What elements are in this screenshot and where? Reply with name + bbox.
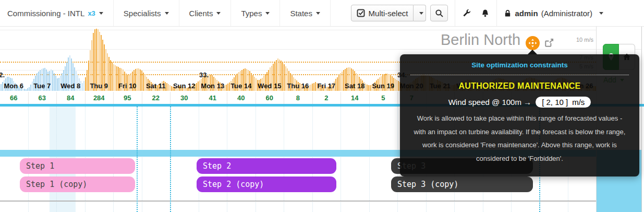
value-cell-separator bbox=[113, 92, 114, 104]
user-menu[interactable]: admin (Administrator) bbox=[504, 9, 603, 18]
site-optimization-tooltip: Site optimization constraints AUTHORIZED… bbox=[400, 54, 639, 176]
value-cell-separator bbox=[312, 92, 313, 104]
multiselect-dropdown-button[interactable] bbox=[414, 5, 426, 21]
nav-menu-label: States bbox=[290, 9, 312, 18]
nav-menus: Commissioning - INTLx3SpecialistsClients… bbox=[0, 0, 331, 26]
date-cell[interactable]: Sat 11 bbox=[142, 80, 171, 92]
nav-menu-types[interactable]: Types bbox=[231, 0, 280, 26]
date-cell[interactable]: Mon 13 bbox=[199, 80, 227, 92]
daily-value-cell: 66 bbox=[0, 92, 28, 104]
value-cell-separator bbox=[56, 92, 57, 104]
user-role: (Administrator) bbox=[541, 9, 592, 18]
daily-value-cell: 284 bbox=[85, 92, 114, 104]
date-cell[interactable]: Tue 7 bbox=[28, 80, 57, 92]
task-bar-step-1[interactable]: Step 1 bbox=[20, 158, 135, 174]
nav-menu-commissioning[interactable]: Commissioning - INTLx3 bbox=[0, 0, 114, 26]
scheduler-stage: 10 m/s 7 m/s 5 m/s 32.33.34. Mon 6Tue 7W… bbox=[0, 26, 644, 212]
wind-speed-constraint: Wind speed @ 100m →[ 2, 10 ]m/s bbox=[409, 97, 630, 108]
tooltip-body-text: Work is allowed to take place within thi… bbox=[409, 112, 630, 165]
tooltip-arrow bbox=[528, 50, 537, 54]
nav-menu-label: Clients bbox=[189, 9, 213, 18]
search-button[interactable] bbox=[430, 5, 448, 21]
wrench-icon[interactable] bbox=[462, 8, 471, 18]
nav-menu-states[interactable]: States bbox=[280, 0, 331, 26]
site-optimization-button[interactable] bbox=[526, 36, 540, 50]
date-cell[interactable]: Sun 12 bbox=[170, 80, 199, 92]
multiselect-label: Multi-select bbox=[369, 9, 408, 18]
week-number-label: 33. bbox=[199, 71, 209, 79]
caret-down-icon bbox=[265, 12, 270, 15]
column-gridline bbox=[369, 107, 370, 212]
daily-value-cell: 30 bbox=[170, 92, 199, 104]
count-badge: x3 bbox=[88, 9, 95, 17]
date-cell[interactable]: Thu 9 bbox=[85, 80, 114, 92]
date-cell[interactable]: Wed 15 bbox=[256, 80, 284, 92]
daily-value-cell: 22 bbox=[142, 92, 171, 104]
daily-value-cell: 40 bbox=[227, 92, 256, 104]
date-cell[interactable]: Sat 18 bbox=[341, 80, 369, 92]
value-cell-separator bbox=[28, 92, 29, 104]
task-bar-step-3-copy[interactable]: Step 3 (copy) bbox=[391, 176, 533, 192]
task-bar-step-1-copy[interactable]: Step 1 (copy) bbox=[20, 176, 135, 192]
panel-right-border bbox=[641, 26, 642, 212]
task-boundary-marker bbox=[170, 107, 171, 212]
nav-menu-clients[interactable]: Clients bbox=[179, 0, 232, 26]
daily-value-cell: 41 bbox=[199, 92, 227, 104]
constraint-range: [ 2, 10 ] bbox=[542, 98, 568, 107]
y-axis-label-10ms: 10 m/s bbox=[568, 37, 593, 43]
date-cell[interactable]: Wed 8 bbox=[56, 80, 85, 92]
date-cell[interactable]: Fri 10 bbox=[113, 80, 142, 92]
value-cell-separator bbox=[227, 92, 227, 104]
nav-separator bbox=[496, 0, 497, 26]
gridline bbox=[0, 30, 596, 30]
row-divider-line bbox=[0, 201, 596, 202]
bell-icon[interactable] bbox=[481, 9, 490, 18]
lock-icon bbox=[504, 9, 512, 17]
value-cell-separator bbox=[256, 92, 256, 104]
daily-value-cell: 63 bbox=[28, 92, 57, 104]
constraint-value-pill: [ 2, 10 ]m/s bbox=[536, 97, 591, 108]
share-icon[interactable] bbox=[544, 38, 554, 48]
constraint-unit: m/s bbox=[572, 98, 585, 107]
nav-menu-label: Types bbox=[241, 9, 262, 18]
caret-down-icon bbox=[165, 12, 169, 15]
value-cell-separator bbox=[341, 92, 341, 104]
column-gridline bbox=[341, 107, 341, 212]
date-cell[interactable]: Mon 6 bbox=[0, 80, 28, 92]
tooltip-separator bbox=[410, 75, 629, 75]
multiselect-button[interactable]: Multi-select bbox=[351, 5, 414, 21]
daily-value-cell: 5 bbox=[369, 92, 398, 104]
task-bar-step-2-copy[interactable]: Step 2 (copy) bbox=[197, 176, 336, 192]
daily-value-cell: 84 bbox=[56, 92, 85, 104]
daily-value-cell: 8 bbox=[284, 92, 312, 104]
value-cell-separator bbox=[199, 92, 199, 104]
date-cell[interactable]: Thu 16 bbox=[284, 80, 312, 92]
value-cell-separator bbox=[142, 92, 142, 104]
daily-value-cell: 14 bbox=[341, 92, 369, 104]
move-crosshair-icon bbox=[528, 39, 537, 48]
caret-down-icon bbox=[599, 12, 603, 15]
page-title: Berlin North bbox=[441, 31, 520, 49]
daily-value-cell: 60 bbox=[256, 92, 284, 104]
value-cell-separator bbox=[85, 92, 86, 104]
tooltip-heading: AUTHORIZED MAINTENANCE bbox=[409, 81, 630, 91]
value-cell-separator bbox=[397, 92, 398, 104]
caret-down-icon bbox=[419, 12, 423, 15]
nav-separator bbox=[455, 0, 455, 26]
value-cell-separator bbox=[284, 92, 284, 104]
constraint-label: Wind speed @ 100m → bbox=[448, 98, 531, 107]
date-cell[interactable]: Tue 14 bbox=[227, 80, 256, 92]
value-cell-separator bbox=[170, 92, 171, 104]
task-bar-step-2[interactable]: Step 2 bbox=[197, 158, 336, 174]
column-gridline bbox=[142, 107, 142, 212]
nav-menu-specialists[interactable]: Specialists bbox=[114, 0, 179, 26]
date-cell[interactable]: Fri 17 bbox=[312, 80, 341, 92]
task-boundary-marker bbox=[137, 107, 138, 212]
multiselect-split-button: Multi-select bbox=[351, 5, 427, 21]
caret-down-icon bbox=[316, 12, 320, 15]
checkbox-check-icon bbox=[357, 9, 365, 17]
tooltip-title: Site optimization constraints bbox=[409, 61, 630, 69]
app-root: Commissioning - INTLx3SpecialistsClients… bbox=[0, 0, 644, 212]
nav-menu-label: Commissioning - INTL bbox=[7, 9, 84, 18]
date-cell[interactable]: Sun 19 bbox=[369, 80, 398, 92]
